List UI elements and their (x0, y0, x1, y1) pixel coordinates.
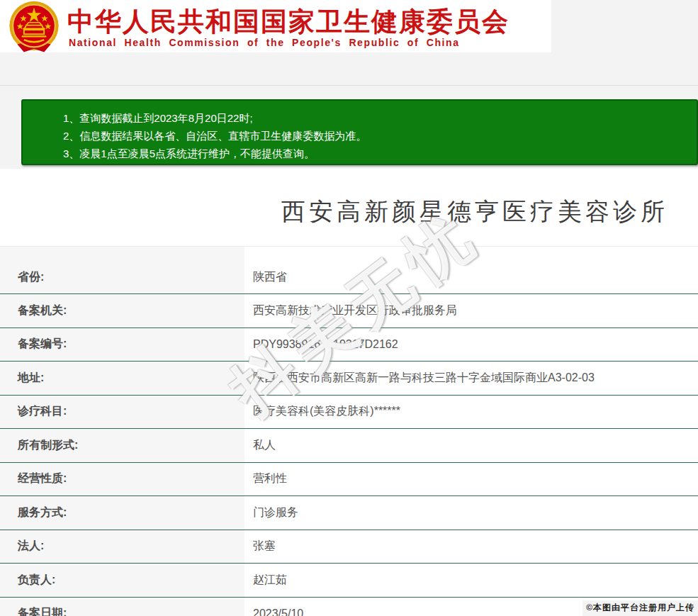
row-label: 地址: (0, 362, 244, 395)
row-label: 服务方式: (0, 496, 244, 530)
page-root: 中华人民共和国国家卫生健康委员会 National Health Commiss… (0, 0, 698, 616)
row-value: 门诊服务 (244, 496, 698, 530)
row-label: 备案机关: (0, 294, 244, 327)
row-value: 赵江茹 (244, 564, 698, 597)
table-row-filing-authority: 备案机关: 西安高新技术产业开发区行政审批服务局 (0, 294, 698, 328)
row-label: 备案日期: (0, 598, 244, 616)
notice-line-2: 2、信息数据结果以各省、自治区、直辖市卫生健康委数据为准。 (63, 127, 689, 145)
table-row-responsible-person: 负责人: 赵江茹 (0, 564, 698, 598)
notice-line-3: 3、凌晨1点至凌晨5点系统进行维护，不能提供查询。 (63, 145, 689, 162)
record-table: 省份: 陕西省 备案机关: 西安高新技术产业开发区行政审批服务局 备案编号: P… (0, 246, 698, 616)
row-value: 营利性 (244, 463, 698, 496)
table-row-operation-nature: 经营性质: 营利性 (0, 463, 698, 497)
notice-line-1: 1、查询数据截止到2023年8月20日22时; (63, 109, 689, 127)
row-label: 省份: (0, 247, 244, 293)
row-value: 私人 (244, 429, 698, 462)
content-area: 西安高新颜星德亨医疗美容诊所 省份: 陕西省 备案机关: 西安高新技术产业开发区… (0, 169, 698, 616)
header-divider (0, 85, 698, 86)
table-row-medical-subjects: 诊疗科目: 医疗美容科(美容皮肤科)****** (0, 396, 698, 430)
row-value: 医疗美容科(美容皮肤科)****** (244, 396, 698, 429)
site-title-en: National Health Commission of the People… (69, 37, 551, 48)
site-header: 中华人民共和国国家卫生健康委员会 National Health Commiss… (0, 0, 551, 52)
table-row-legal-person: 法人: 张塞 (0, 530, 698, 564)
site-title-cn: 中华人民共和国国家卫生健康委员会 (67, 4, 549, 40)
row-label: 诊疗科目: (0, 396, 244, 429)
row-label: 法人: (0, 530, 244, 564)
row-label: 所有制形式: (0, 429, 244, 462)
row-value: 陕西省 (244, 247, 698, 293)
row-value: 陕西省西安市高新区高新一路与科技三路十字金域国际商业A3-02-03 (244, 362, 698, 395)
national-emblem-icon[interactable] (6, 1, 62, 53)
row-label: 备案编号: (0, 328, 244, 362)
row-value: 西安高新技术产业开发区行政审批服务局 (244, 294, 698, 327)
row-value: 张塞 (244, 530, 698, 564)
table-row-filing-number: 备案编号: PDY99389161019317D2162 (0, 328, 698, 362)
notice-box: 1、查询数据截止到2023年8月20日22时; 2、信息数据结果以各省、自治区、… (21, 99, 698, 165)
row-label: 经营性质: (0, 463, 244, 496)
row-value: PDY99389161019317D2162 (244, 328, 698, 362)
row-label: 负责人: (0, 564, 244, 597)
table-row-address: 地址: 陕西省西安市高新区高新一路与科技三路十字金域国际商业A3-02-03 (0, 362, 698, 396)
table-row-ownership: 所有制形式: 私人 (0, 429, 698, 463)
upload-credit-text: ©本图由平台注册用户上传 (582, 600, 698, 616)
table-row-service-mode: 服务方式: 门诊服务 (0, 496, 698, 530)
clinic-name-title: 西安高新颜星德亨医疗美容诊所 (252, 196, 698, 228)
table-row-province: 省份: 陕西省 (0, 247, 698, 294)
